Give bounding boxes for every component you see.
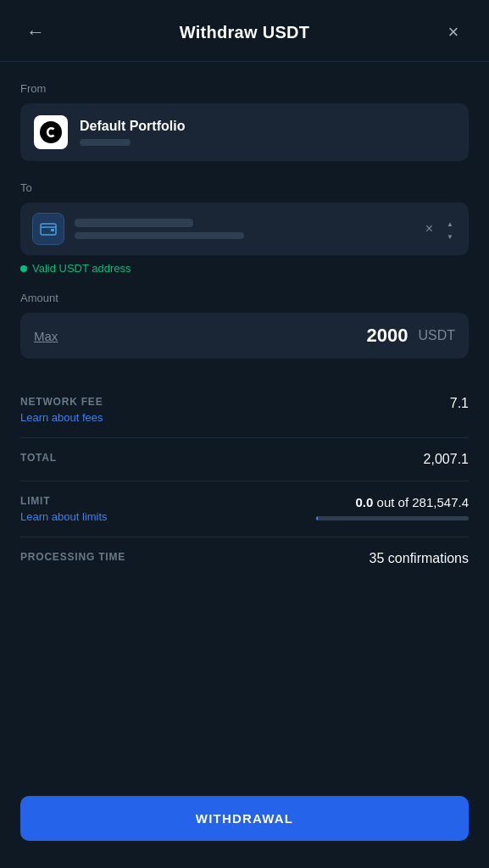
valid-address-text: Valid USDT address (32, 262, 131, 275)
portfolio-info: Default Portfolio (80, 119, 185, 146)
limit-key: LIMIT (20, 495, 108, 507)
max-button[interactable]: Max (34, 329, 58, 343)
total-key: TOTAL (20, 452, 57, 464)
address-input-area[interactable] (75, 219, 412, 239)
amount-card: Max 2000 USDT (20, 313, 469, 359)
from-card[interactable]: Default Portfolio (20, 103, 469, 161)
header: ← Withdraw USDT × (0, 0, 489, 62)
address-bar-bottom (75, 232, 244, 239)
amount-value: 2000 (58, 325, 408, 347)
close-button[interactable]: × (438, 17, 469, 47)
valid-dot (20, 265, 27, 272)
network-fee-row: NETWORK FEE Learn about fees 7.1 (20, 382, 469, 438)
limit-separator: out of (377, 495, 413, 509)
footer: WITHDRAWAL (0, 779, 489, 868)
processing-time-row: PROCESSING TIME 35 confirmations (20, 537, 469, 580)
total-left: TOTAL (20, 452, 57, 464)
to-card: × (20, 203, 469, 255)
processing-time-value: 35 confirmations (370, 551, 469, 566)
limit-values: 0.0 out of 281,547.4 (356, 495, 469, 509)
clear-address-button[interactable]: × (422, 218, 436, 240)
processing-time-key: PROCESSING TIME (20, 551, 125, 563)
total-value: 2,007.1 (424, 452, 469, 467)
withdrawal-button[interactable]: WITHDRAWAL (20, 796, 469, 841)
chevron-up-icon (447, 217, 453, 229)
to-label: To (20, 181, 469, 194)
valid-address-indicator: Valid USDT address (20, 262, 469, 275)
network-fee-key: NETWORK FEE (20, 396, 103, 408)
address-bar-top (75, 219, 193, 227)
svg-rect-2 (51, 229, 54, 231)
network-fee-value: 7.1 (450, 396, 469, 411)
back-button[interactable]: ← (20, 17, 51, 47)
page-title: Withdraw USDT (180, 23, 310, 42)
limit-bar-fill (316, 516, 318, 520)
portfolio-icon (34, 115, 68, 149)
portfolio-name: Default Portfolio (80, 119, 185, 134)
from-label: From (20, 82, 469, 95)
limit-left: LIMIT Learn about limits (20, 495, 108, 523)
to-actions: × (422, 214, 457, 245)
limit-max: 281,547.4 (412, 495, 469, 509)
content-area: From Default Portfolio To × (0, 62, 489, 779)
svg-point-0 (40, 121, 62, 143)
limit-right: 0.0 out of 281,547.4 (316, 495, 469, 520)
limit-bar (316, 516, 469, 520)
learn-fees-link[interactable]: Learn about fees (20, 411, 103, 424)
portfolio-sub-bar (80, 139, 131, 146)
wallet-icon (32, 213, 64, 245)
limit-row: LIMIT Learn about limits 0.0 out of 281,… (20, 481, 469, 537)
limit-current: 0.0 (356, 495, 374, 509)
processing-time-left: PROCESSING TIME (20, 551, 125, 563)
chevron-down-icon (447, 230, 453, 242)
amount-label: Amount (20, 292, 469, 304)
total-row: TOTAL 2,007.1 (20, 438, 469, 481)
learn-limits-link[interactable]: Learn about limits (20, 510, 108, 523)
address-chevron-button[interactable] (443, 214, 457, 245)
amount-currency: USDT (418, 328, 455, 343)
network-fee-left: NETWORK FEE Learn about fees (20, 396, 103, 424)
